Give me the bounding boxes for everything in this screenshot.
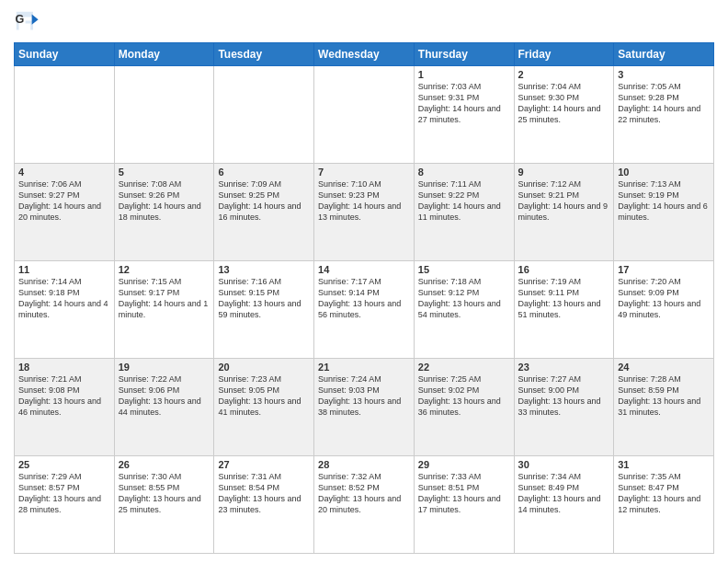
day-cell: 12Sunrise: 7:15 AM Sunset: 9:17 PM Dayli… (114, 261, 214, 359)
day-info: Sunrise: 7:15 AM Sunset: 9:17 PM Dayligh… (119, 276, 210, 321)
day-cell: 26Sunrise: 7:30 AM Sunset: 8:55 PM Dayli… (114, 456, 214, 554)
day-info: Sunrise: 7:31 AM Sunset: 8:54 PM Dayligh… (218, 471, 310, 516)
day-number: 28 (318, 459, 410, 470)
day-number: 18 (18, 362, 110, 373)
day-number: 21 (318, 362, 410, 373)
day-info: Sunrise: 7:34 AM Sunset: 8:49 PM Dayligh… (518, 471, 610, 516)
day-number: 1 (418, 69, 510, 80)
day-cell: 4Sunrise: 7:06 AM Sunset: 9:27 PM Daylig… (15, 164, 115, 261)
calendar-body: 1Sunrise: 7:03 AM Sunset: 9:31 PM Daylig… (15, 66, 714, 554)
day-number: 27 (218, 459, 310, 470)
day-cell: 21Sunrise: 7:24 AM Sunset: 9:03 PM Dayli… (314, 359, 415, 456)
day-header-friday: Friday (514, 43, 614, 66)
day-number: 23 (518, 362, 610, 373)
svg-text:G: G (15, 13, 24, 26)
day-header-row: SundayMondayTuesdayWednesdayThursdayFrid… (15, 43, 714, 66)
day-cell: 28Sunrise: 7:32 AM Sunset: 8:52 PM Dayli… (314, 456, 415, 554)
day-number: 11 (18, 264, 110, 275)
day-number: 15 (418, 264, 510, 275)
day-header-monday: Monday (114, 43, 214, 66)
page: G SundayMondayTuesdayWednesdayThursdayFr… (0, 0, 728, 563)
day-number: 5 (119, 167, 210, 178)
day-cell: 15Sunrise: 7:18 AM Sunset: 9:12 PM Dayli… (414, 261, 514, 359)
day-number: 22 (418, 362, 510, 373)
day-number: 25 (18, 459, 110, 470)
day-number: 19 (119, 362, 210, 373)
day-header-tuesday: Tuesday (214, 43, 314, 66)
day-info: Sunrise: 7:14 AM Sunset: 9:18 PM Dayligh… (18, 276, 110, 321)
day-cell: 9Sunrise: 7:12 AM Sunset: 9:21 PM Daylig… (514, 164, 614, 261)
day-number: 29 (418, 459, 510, 470)
day-info: Sunrise: 7:03 AM Sunset: 9:31 PM Dayligh… (418, 81, 510, 126)
day-number: 17 (618, 264, 710, 275)
day-info: Sunrise: 7:18 AM Sunset: 9:12 PM Dayligh… (418, 276, 510, 321)
day-header-sunday: Sunday (15, 43, 115, 66)
day-cell: 11Sunrise: 7:14 AM Sunset: 9:18 PM Dayli… (15, 261, 115, 359)
day-cell: 31Sunrise: 7:35 AM Sunset: 8:47 PM Dayli… (614, 456, 714, 554)
day-cell: 24Sunrise: 7:28 AM Sunset: 8:59 PM Dayli… (614, 359, 714, 456)
day-info: Sunrise: 7:24 AM Sunset: 9:03 PM Dayligh… (318, 373, 410, 419)
day-info: Sunrise: 7:22 AM Sunset: 9:06 PM Dayligh… (119, 373, 210, 419)
day-cell: 1Sunrise: 7:03 AM Sunset: 9:31 PM Daylig… (414, 66, 514, 164)
day-cell (15, 66, 115, 164)
day-cell: 14Sunrise: 7:17 AM Sunset: 9:14 PM Dayli… (314, 261, 415, 359)
day-cell: 29Sunrise: 7:33 AM Sunset: 8:51 PM Dayli… (414, 456, 514, 554)
day-info: Sunrise: 7:27 AM Sunset: 9:00 PM Dayligh… (518, 373, 610, 419)
day-cell: 27Sunrise: 7:31 AM Sunset: 8:54 PM Dayli… (214, 456, 314, 554)
logo-icon: G (14, 9, 40, 35)
day-cell: 10Sunrise: 7:13 AM Sunset: 9:19 PM Dayli… (614, 164, 714, 261)
day-info: Sunrise: 7:32 AM Sunset: 8:52 PM Dayligh… (318, 471, 410, 516)
day-cell: 25Sunrise: 7:29 AM Sunset: 8:57 PM Dayli… (15, 456, 115, 554)
day-cell: 7Sunrise: 7:10 AM Sunset: 9:23 PM Daylig… (314, 164, 415, 261)
day-cell: 19Sunrise: 7:22 AM Sunset: 9:06 PM Dayli… (114, 359, 214, 456)
week-row-3: 18Sunrise: 7:21 AM Sunset: 9:08 PM Dayli… (15, 359, 714, 456)
day-info: Sunrise: 7:23 AM Sunset: 9:05 PM Dayligh… (218, 373, 310, 419)
day-cell: 17Sunrise: 7:20 AM Sunset: 9:09 PM Dayli… (614, 261, 714, 359)
day-cell: 22Sunrise: 7:25 AM Sunset: 9:02 PM Dayli… (414, 359, 514, 456)
week-row-1: 4Sunrise: 7:06 AM Sunset: 9:27 PM Daylig… (15, 164, 714, 261)
header: G (14, 9, 714, 35)
day-cell: 13Sunrise: 7:16 AM Sunset: 9:15 PM Dayli… (214, 261, 314, 359)
day-info: Sunrise: 7:19 AM Sunset: 9:11 PM Dayligh… (518, 276, 610, 321)
day-cell (214, 66, 314, 164)
day-cell: 18Sunrise: 7:21 AM Sunset: 9:08 PM Dayli… (15, 359, 115, 456)
day-info: Sunrise: 7:28 AM Sunset: 8:59 PM Dayligh… (618, 373, 710, 419)
day-info: Sunrise: 7:20 AM Sunset: 9:09 PM Dayligh… (618, 276, 710, 321)
day-number: 7 (318, 167, 410, 178)
day-info: Sunrise: 7:33 AM Sunset: 8:51 PM Dayligh… (418, 471, 510, 516)
day-info: Sunrise: 7:08 AM Sunset: 9:26 PM Dayligh… (119, 178, 210, 224)
logo: G (14, 9, 43, 35)
day-number: 16 (518, 264, 610, 275)
day-info: Sunrise: 7:04 AM Sunset: 9:30 PM Dayligh… (518, 81, 610, 126)
day-cell: 23Sunrise: 7:27 AM Sunset: 9:00 PM Dayli… (514, 359, 614, 456)
day-info: Sunrise: 7:05 AM Sunset: 9:28 PM Dayligh… (618, 81, 710, 126)
day-info: Sunrise: 7:13 AM Sunset: 9:19 PM Dayligh… (618, 178, 710, 224)
day-number: 10 (618, 167, 710, 178)
day-cell: 3Sunrise: 7:05 AM Sunset: 9:28 PM Daylig… (614, 66, 714, 164)
day-number: 12 (119, 264, 210, 275)
day-cell: 16Sunrise: 7:19 AM Sunset: 9:11 PM Dayli… (514, 261, 614, 359)
day-info: Sunrise: 7:35 AM Sunset: 8:47 PM Dayligh… (618, 471, 710, 516)
day-cell: 30Sunrise: 7:34 AM Sunset: 8:49 PM Dayli… (514, 456, 614, 554)
week-row-0: 1Sunrise: 7:03 AM Sunset: 9:31 PM Daylig… (15, 66, 714, 164)
day-number: 3 (618, 69, 710, 80)
day-cell: 8Sunrise: 7:11 AM Sunset: 9:22 PM Daylig… (414, 164, 514, 261)
day-number: 8 (418, 167, 510, 178)
day-number: 26 (119, 459, 210, 470)
day-info: Sunrise: 7:29 AM Sunset: 8:57 PM Dayligh… (18, 471, 110, 516)
calendar-table: SundayMondayTuesdayWednesdayThursdayFrid… (14, 42, 714, 554)
day-number: 30 (518, 459, 610, 470)
week-row-4: 25Sunrise: 7:29 AM Sunset: 8:57 PM Dayli… (15, 456, 714, 554)
day-info: Sunrise: 7:25 AM Sunset: 9:02 PM Dayligh… (418, 373, 510, 419)
day-number: 9 (518, 167, 610, 178)
day-number: 6 (218, 167, 310, 178)
day-info: Sunrise: 7:12 AM Sunset: 9:21 PM Dayligh… (518, 178, 610, 224)
day-info: Sunrise: 7:30 AM Sunset: 8:55 PM Dayligh… (119, 471, 210, 516)
day-header-thursday: Thursday (414, 43, 514, 66)
day-info: Sunrise: 7:17 AM Sunset: 9:14 PM Dayligh… (318, 276, 410, 321)
day-info: Sunrise: 7:21 AM Sunset: 9:08 PM Dayligh… (18, 373, 110, 419)
day-info: Sunrise: 7:11 AM Sunset: 9:22 PM Dayligh… (418, 178, 510, 224)
day-cell: 20Sunrise: 7:23 AM Sunset: 9:05 PM Dayli… (214, 359, 314, 456)
day-number: 4 (18, 167, 110, 178)
day-number: 31 (618, 459, 710, 470)
